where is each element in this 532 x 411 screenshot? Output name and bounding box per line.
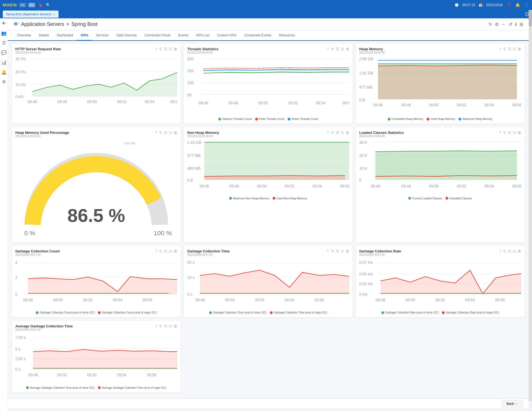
scrollbar-thumb[interactable] — [529, 10, 532, 27]
tab-details[interactable]: Details — [35, 31, 53, 41]
user-icon[interactable]: 👤 — [524, 2, 529, 8]
refresh-icon[interactable]: ↻ — [159, 249, 162, 253]
history-icon[interactable]: ⊙ — [169, 324, 172, 328]
history-icon[interactable]: ⊙ — [341, 47, 344, 51]
tab-resources[interactable]: Resources — [275, 31, 299, 41]
refresh-icon[interactable]: ↻ — [488, 22, 492, 27]
history-icon[interactable]: ⊙ — [169, 47, 172, 51]
tab-kpis-list[interactable]: KPIs List — [192, 31, 213, 41]
lang-fa-button[interactable]: Fa — [19, 3, 26, 7]
back-arrow-icon[interactable]: ← — [501, 22, 506, 27]
gc-rate-card: Garbage Collection Rate 2022/10/18 09:57… — [356, 246, 525, 317]
menu-icon[interactable]: ☰ — [508, 249, 511, 253]
delete-icon[interactable]: 🗑 — [346, 47, 349, 51]
history-icon[interactable]: ⊙ — [513, 131, 516, 135]
history-icon[interactable]: ⊙ — [169, 131, 172, 135]
back-button[interactable]: Back ← — [502, 400, 523, 407]
delete-icon[interactable]: 🗑 — [518, 47, 521, 51]
share-icon[interactable]: ⇡ — [498, 131, 501, 135]
gc-time-svg: 20 s 10 s 0 s 09:48 09:50 09:52 — [187, 257, 349, 309]
menu-icon[interactable]: ☰ — [164, 324, 167, 328]
share-icon[interactable]: ⇡ — [498, 47, 501, 51]
sidebar-users-icon[interactable]: 👥 — [1, 31, 7, 36]
svg-text:09:50: 09:50 — [406, 298, 415, 302]
refresh-icon[interactable]: ↻ — [331, 47, 334, 51]
reload-icon[interactable]: ↺ — [509, 22, 512, 27]
svg-text:30 K: 30 K — [359, 141, 367, 145]
history-icon[interactable]: ⊙ — [513, 249, 516, 253]
tab-overview[interactable]: Overview — [13, 31, 35, 41]
delete-icon[interactable]: 🗑 — [346, 249, 349, 253]
search-icon[interactable]: 🔍 — [45, 2, 51, 8]
info-icon[interactable]: ℹ — [515, 22, 517, 27]
used-non-heap-label: Used Non-Heap Memory — [277, 197, 307, 200]
share-icon[interactable]: ⇡ — [154, 249, 158, 253]
threads-legend: Daemon Threads Count Peak Threads Count … — [187, 117, 349, 121]
menu-icon[interactable]: ☰ — [336, 131, 339, 135]
tab-connection-pools[interactable]: Connection Pools — [141, 31, 174, 41]
delete-icon[interactable]: 🗑 — [518, 131, 521, 135]
tab-composite-events[interactable]: Composite Events — [240, 31, 275, 41]
lang-en-button[interactable]: En — [28, 3, 35, 7]
tab-custom-kpis[interactable]: Custom KPIs — [213, 31, 240, 41]
menu-icon[interactable]: ☰ — [164, 47, 167, 51]
delete-icon[interactable]: 🗑 — [174, 131, 177, 135]
sidebar-list-icon[interactable]: ☰ — [2, 40, 6, 46]
max-non-heap-label: Maximum Non-Heap Memory — [233, 197, 269, 200]
sidebar-eye-icon[interactable]: 👁 — [2, 21, 6, 26]
loaded-classes-title: Loaded Classes Statistics — [359, 131, 404, 135]
share-icon[interactable]: ⇡ — [498, 249, 501, 253]
tab-events[interactable]: Events — [174, 31, 192, 41]
delete-icon[interactable]: 🗑 — [174, 324, 177, 328]
spring-boot-tab[interactable]: Spring Boot (Application Servers) ✕ — [3, 11, 59, 18]
share-icon[interactable]: ⇡ — [154, 324, 158, 328]
bell-icon[interactable]: 🔔 — [515, 2, 520, 8]
question-icon[interactable]: ❓ — [506, 2, 511, 8]
legend-gc-time-minor: Garbage Collection Time (end of minor GC… — [209, 311, 267, 314]
refresh-icon[interactable]: ↻ — [503, 47, 506, 51]
tab-close-icon[interactable]: ✕ — [53, 13, 55, 16]
refresh-icon[interactable]: ↻ — [159, 131, 162, 135]
share-icon[interactable]: ⇡ — [326, 131, 330, 135]
share-icon[interactable]: ⇡ — [326, 249, 330, 253]
right-scrollbar[interactable] — [529, 10, 532, 401]
grid-icon[interactable]: ⊞ — [520, 22, 523, 27]
tab-services[interactable]: Services — [92, 31, 113, 41]
delete-icon[interactable]: 🗑 — [174, 47, 177, 51]
bookmark-icon[interactable]: 🔖 — [37, 2, 43, 8]
config-icon[interactable]: ⚙ — [495, 22, 499, 27]
delete-icon[interactable]: 🗑 — [518, 249, 521, 253]
tab-kpis[interactable]: KPIs — [77, 31, 92, 41]
sidebar-gear-icon[interactable]: ⚙ — [2, 79, 6, 84]
refresh-icon[interactable]: ↻ — [331, 131, 334, 135]
delete-icon[interactable]: 🗑 — [174, 249, 177, 253]
sidebar-bell-icon[interactable]: 🔔 — [1, 69, 7, 75]
menu-icon[interactable]: ☰ — [164, 131, 167, 135]
history-icon[interactable]: ⊙ — [169, 249, 172, 253]
refresh-icon[interactable]: ↻ — [159, 324, 162, 328]
loaded-classes-legend: Current Loaded Classes Unloaded Classes — [359, 197, 521, 200]
history-icon[interactable]: ⊙ — [341, 249, 344, 253]
sidebar-chart-icon[interactable]: 📊 — [1, 60, 7, 65]
refresh-icon[interactable]: ↻ — [159, 47, 162, 51]
share-icon[interactable]: ⇡ — [154, 47, 158, 51]
share-icon[interactable]: ⇡ — [154, 131, 158, 135]
history-icon[interactable]: ⊙ — [513, 47, 516, 51]
delete-icon[interactable]: 🗑 — [346, 131, 349, 135]
menu-icon[interactable]: ☰ — [164, 249, 167, 253]
tab-data-sources[interactable]: Data Sources — [113, 31, 141, 41]
menu-icon[interactable]: ☰ — [336, 249, 339, 253]
breadcrumb-eye-icon: 👁 — [13, 21, 19, 27]
history-icon[interactable]: ⊙ — [341, 131, 344, 135]
tab-dashboard[interactable]: Dashboard — [53, 31, 77, 41]
refresh-icon[interactable]: ↻ — [503, 131, 506, 135]
avg-gc-time-header: Average Garbage Collection Time 2022/10/… — [15, 324, 177, 331]
refresh-icon[interactable]: ↻ — [331, 249, 334, 253]
gc-rate-title: Garbage Collection Rate — [359, 249, 401, 253]
menu-icon[interactable]: ☰ — [508, 131, 511, 135]
menu-icon[interactable]: ☰ — [336, 47, 339, 51]
refresh-icon[interactable]: ↻ — [503, 249, 506, 253]
share-icon[interactable]: ⇡ — [326, 47, 330, 51]
menu-icon[interactable]: ☰ — [508, 47, 511, 51]
sidebar-chat-icon[interactable]: 💬 — [1, 50, 7, 55]
